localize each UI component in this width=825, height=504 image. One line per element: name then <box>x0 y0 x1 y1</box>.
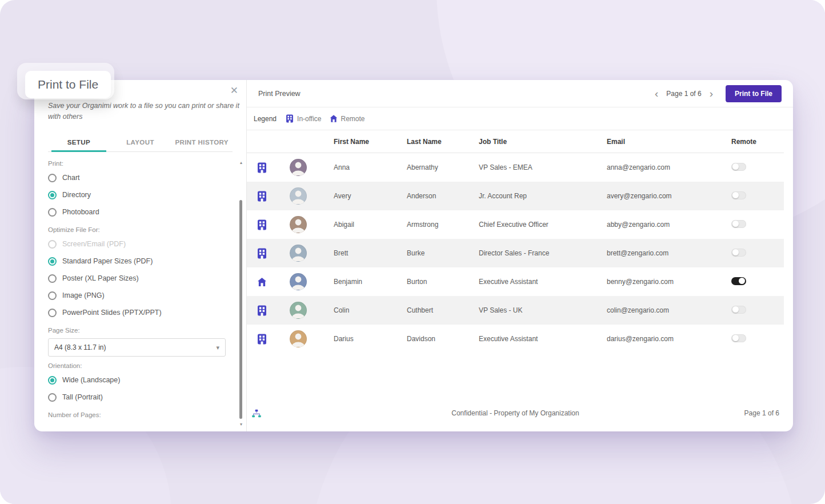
cell-job-title: Director Sales - France <box>465 249 593 257</box>
building-icon <box>257 191 267 202</box>
radio-option-tall-portrait[interactable]: Tall (Portrait) <box>48 389 226 406</box>
page-size-select[interactable]: A4 (8.3 x 11.7 in) ▾ <box>48 338 226 357</box>
print-dialog: ✕ Save your Organimi work to a file so y… <box>34 80 247 431</box>
radio-icon <box>48 240 57 249</box>
remote-toggle[interactable] <box>731 163 746 171</box>
remote-toggle[interactable] <box>731 277 746 285</box>
cell-job-title: Executive Assistant <box>465 278 593 286</box>
radio-option-label: Tall (Portrait) <box>62 393 103 401</box>
radio-option-label: Chart <box>62 174 80 182</box>
cell-email: avery@zengario.com <box>593 192 718 200</box>
table-row: Darius Davidson Executive Assistant dari… <box>247 325 784 353</box>
cell-job-title: Jr. Account Rep <box>465 192 593 200</box>
cell-email: abby@zengario.com <box>593 221 718 229</box>
dialog-scrollbar[interactable]: ▴ ▾ <box>238 160 245 427</box>
column-header-email: Email <box>593 138 718 146</box>
column-header-last-name: Last Name <box>393 138 465 146</box>
remote-toggle[interactable] <box>731 220 746 228</box>
radio-option-label: Image (PNG) <box>62 291 105 299</box>
radio-option-photoboard[interactable]: Photoboard <box>48 203 226 221</box>
radio-icon <box>48 208 57 217</box>
radio-option-label: Screen/Email (PDF) <box>62 240 126 248</box>
chevron-down-icon: ▾ <box>216 344 219 351</box>
orientation-section-label: Orientation: <box>48 362 226 369</box>
radio-option-poster-xl-paper-sizes[interactable]: Poster (XL Paper Sizes) <box>48 270 226 287</box>
radio-option-standard-paper-sizes-pdf[interactable]: Standard Paper Sizes (PDF) <box>48 253 226 270</box>
radio-option-screen-email-pdf[interactable]: Screen/Email (PDF) <box>48 235 226 253</box>
cell-first-name: Avery <box>320 192 393 200</box>
tab-setup[interactable]: SETUP <box>48 133 110 151</box>
preview-footer: Confidential - Property of My Organizati… <box>247 406 784 420</box>
avatar <box>290 216 307 233</box>
building-icon <box>257 248 267 259</box>
cell-first-name: Benjamin <box>320 278 393 286</box>
next-page-icon[interactable]: › <box>708 88 714 99</box>
table-row: Colin Cuthbert VP Sales - UK colin@zenga… <box>247 296 784 325</box>
dialog-content: Print: Chart Directory Photoboard Optimi… <box>48 157 226 431</box>
page-background: Print to File ✕ Save your Organimi work … <box>0 0 825 504</box>
orientation-options: Wide (Landscape) Tall (Portrait) <box>48 371 226 406</box>
print-dialog-window: ✕ Save your Organimi work to a file so y… <box>34 80 793 431</box>
avatar <box>290 330 307 347</box>
optimize-options: Screen/Email (PDF) Standard Paper Sizes … <box>48 235 226 321</box>
page-size-value: A4 (8.3 x 11.7 in) <box>54 343 106 351</box>
radio-icon <box>48 257 57 266</box>
page-indicator: Page 1 of 6 <box>666 90 701 98</box>
remote-toggle[interactable] <box>731 306 746 314</box>
scroll-down-icon[interactable]: ▾ <box>238 422 245 427</box>
cell-first-name: Anna <box>320 163 393 171</box>
toggle-knob <box>739 278 745 284</box>
radio-icon <box>48 174 57 182</box>
cell-last-name: Burton <box>393 278 465 286</box>
close-icon[interactable]: ✕ <box>230 85 238 97</box>
organimi-logo-icon <box>251 409 262 418</box>
radio-icon <box>48 291 57 300</box>
remote-toggle[interactable] <box>731 191 746 199</box>
toggle-knob <box>732 306 739 313</box>
cell-first-name: Darius <box>320 335 393 343</box>
radio-option-label: Poster (XL Paper Sizes) <box>62 274 139 282</box>
column-header-job-title: Job Title <box>465 138 593 146</box>
radio-option-directory[interactable]: Directory <box>48 186 226 203</box>
scroll-up-icon[interactable]: ▴ <box>238 160 245 165</box>
radio-option-wide-landscape[interactable]: Wide (Landscape) <box>48 371 226 389</box>
remote-toggle[interactable] <box>731 334 746 342</box>
radio-icon <box>48 393 57 402</box>
print-to-file-button[interactable]: Print to File <box>726 85 782 102</box>
scrollbar-thumb[interactable] <box>239 200 242 419</box>
avatar <box>290 273 307 290</box>
table-row: Benjamin Burton Executive Assistant benn… <box>247 267 784 296</box>
building-icon <box>257 219 267 230</box>
building-icon <box>286 114 294 123</box>
print-preview-title: Print Preview <box>258 90 301 98</box>
radio-option-powerpoint-slides-pptx-ppt[interactable]: PowerPoint Slides (PPTX/PPT) <box>48 304 226 321</box>
cell-email: brett@zengario.com <box>593 249 718 257</box>
footer-page-number: Page 1 of 6 <box>744 409 779 417</box>
avatar <box>290 245 307 262</box>
radio-option-image-png[interactable]: Image (PNG) <box>48 287 226 304</box>
cell-last-name: Anderson <box>393 192 465 200</box>
remote-toggle[interactable] <box>731 249 746 257</box>
print-preview-panel: Print Preview ‹ Page 1 of 6 › Print to F… <box>247 80 793 431</box>
cell-last-name: Cuthbert <box>393 306 465 314</box>
legend-items: In-office Remote <box>286 114 365 123</box>
previous-page-icon[interactable]: ‹ <box>654 88 659 99</box>
radio-option-chart[interactable]: Chart <box>48 169 226 186</box>
legend-item-label: In-office <box>297 115 321 123</box>
table-row: Anna Abernathy VP Sales - EMEA anna@zeng… <box>247 153 784 182</box>
table-row: Avery Anderson Jr. Account Rep avery@zen… <box>247 182 784 210</box>
cell-job-title: Executive Assistant <box>465 335 593 343</box>
cell-email: benny@zengario.com <box>593 278 718 286</box>
radio-option-label: Wide (Landscape) <box>62 376 120 384</box>
toggle-knob <box>732 335 739 341</box>
tab-print-history[interactable]: PRINT HISTORY <box>171 133 233 151</box>
radio-option-label: Photoboard <box>62 208 99 216</box>
cell-email: anna@zengario.com <box>593 163 718 171</box>
tab-layout[interactable]: LAYOUT <box>110 133 171 151</box>
tab-bar: SETUP LAYOUT PRINT HISTORY <box>48 133 233 152</box>
house-icon <box>257 277 267 287</box>
radio-option-label: Directory <box>62 191 91 199</box>
toggle-knob <box>732 163 739 170</box>
building-icon <box>257 162 267 173</box>
cell-last-name: Armstrong <box>393 221 465 229</box>
